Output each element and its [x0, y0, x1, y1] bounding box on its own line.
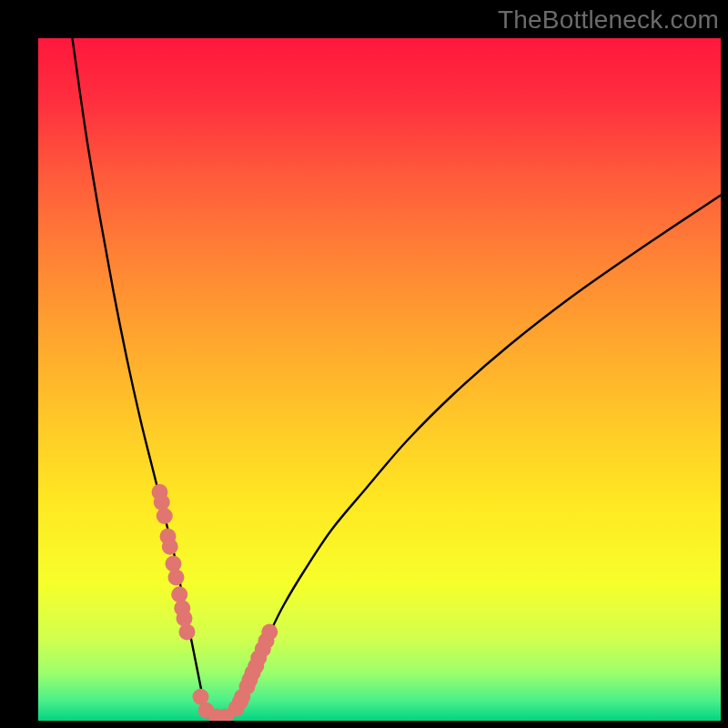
data-point: [162, 539, 178, 555]
data-point: [168, 570, 185, 586]
plot-area: [38, 38, 721, 721]
watermark-text: TheBottleneck.com: [498, 5, 719, 35]
data-point: [166, 556, 182, 572]
data-point: [179, 624, 196, 641]
data-point: [261, 624, 278, 641]
gradient-background: [38, 38, 721, 721]
data-point: [171, 586, 187, 602]
data-point: [154, 494, 170, 511]
chart-svg: [38, 38, 721, 721]
data-point: [157, 508, 173, 524]
data-point: [177, 611, 193, 627]
chart-frame: TheBottleneck.com: [0, 0, 728, 728]
